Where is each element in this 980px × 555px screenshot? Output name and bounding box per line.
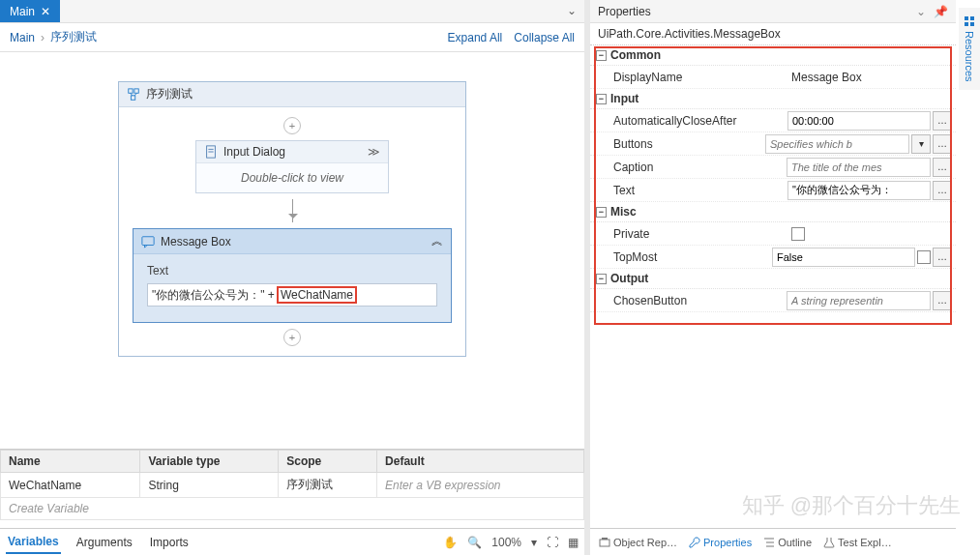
tab-arguments[interactable]: Arguments bbox=[74, 532, 134, 553]
tab-test-explorer[interactable]: Test Expl… bbox=[818, 535, 897, 550]
prop-chosen-input[interactable] bbox=[787, 291, 931, 310]
properties-grid: − Common DisplayName Message Box − Input… bbox=[590, 45, 956, 528]
col-type[interactable]: Variable type bbox=[140, 451, 279, 473]
prop-caption-input[interactable] bbox=[787, 158, 931, 177]
col-name[interactable]: Name bbox=[1, 451, 140, 473]
tab-bar: Main ✕ ⌄ bbox=[0, 0, 584, 23]
pin-icon[interactable]: 📌 bbox=[934, 5, 948, 18]
svg-rect-1 bbox=[134, 88, 138, 92]
sequence-activity[interactable]: 序列测试 + Input Dialog ≫ Double-click to vi… bbox=[118, 81, 466, 357]
var-name-cell[interactable]: WeChatName bbox=[1, 473, 140, 498]
zoom-icon[interactable]: 🔍 bbox=[467, 536, 482, 549]
sequence-icon bbox=[127, 88, 140, 102]
tab-main[interactable]: Main ✕ bbox=[0, 0, 60, 22]
prop-chosen-label: ChosenButton bbox=[590, 291, 787, 310]
collapse-toggle-icon[interactable]: − bbox=[596, 94, 607, 104]
add-activity-top[interactable]: + bbox=[283, 117, 301, 134]
category-common[interactable]: − Common bbox=[590, 45, 956, 66]
wrench-icon bbox=[689, 537, 700, 548]
tab-label: Main bbox=[10, 5, 35, 18]
bottom-bar: Variables Arguments Imports ✋ 🔍 100% ▾ ⛶… bbox=[0, 528, 584, 555]
properties-title-bar: Properties ⌄ 📌 bbox=[590, 0, 956, 23]
prop-buttons-label: Buttons bbox=[590, 134, 765, 154]
ellipsis-button[interactable]: … bbox=[933, 181, 952, 200]
tab-dropdown-icon[interactable]: ⌄ bbox=[559, 0, 584, 22]
prop-topmost-checkbox[interactable] bbox=[917, 250, 931, 264]
add-activity-bottom[interactable]: + bbox=[283, 329, 301, 346]
pan-icon[interactable]: ✋ bbox=[443, 536, 458, 549]
category-misc[interactable]: − Misc bbox=[590, 202, 956, 222]
text-label: Text bbox=[147, 264, 437, 278]
collapse-toggle-icon[interactable]: − bbox=[596, 274, 607, 284]
overview-icon[interactable]: ▦ bbox=[568, 536, 579, 549]
properties-title: Properties bbox=[598, 5, 651, 18]
collapse-all-link[interactable]: Collapse All bbox=[514, 31, 575, 44]
prop-text-input[interactable] bbox=[787, 181, 931, 200]
prop-caption-label: Caption bbox=[590, 158, 787, 177]
tab-object-repo[interactable]: Object Rep… bbox=[594, 535, 682, 550]
var-type-cell[interactable]: String bbox=[140, 473, 279, 498]
category-output[interactable]: − Output bbox=[590, 269, 956, 289]
prop-autoclose-label: AutomaticallyCloseAfter bbox=[590, 111, 787, 131]
input-dialog-activity[interactable]: Input Dialog ≫ Double-click to view bbox=[195, 140, 389, 193]
activity-type: UiPath.Core.Activities.MessageBox bbox=[590, 23, 956, 45]
outline-icon bbox=[763, 537, 775, 548]
fit-screen-icon[interactable]: ⛶ bbox=[547, 536, 558, 549]
svg-rect-15 bbox=[970, 16, 974, 20]
ellipsis-button[interactable]: … bbox=[933, 291, 952, 310]
sequence-title: 序列测试 bbox=[146, 86, 193, 102]
col-default[interactable]: Default bbox=[377, 451, 584, 473]
var-scope-cell[interactable]: 序列测试 bbox=[279, 473, 377, 498]
ellipsis-button[interactable]: … bbox=[933, 158, 952, 177]
ellipsis-button[interactable]: … bbox=[933, 111, 952, 131]
zoom-dropdown-icon[interactable]: ▾ bbox=[531, 536, 537, 549]
resources-side-tab[interactable]: Resources bbox=[959, 8, 980, 90]
dropdown-button[interactable]: ▾ bbox=[911, 134, 931, 154]
variable-row[interactable]: WeChatName String 序列测试 Enter a VB expres… bbox=[1, 473, 584, 498]
close-icon[interactable]: ✕ bbox=[41, 5, 50, 18]
expr-variable: WeChatName bbox=[277, 286, 357, 304]
svg-rect-10 bbox=[602, 538, 608, 540]
document-icon bbox=[204, 145, 218, 159]
prop-topmost-label: TopMost bbox=[590, 248, 772, 267]
prop-text-label: Text bbox=[590, 181, 787, 200]
chevron-right-icon: › bbox=[41, 31, 45, 44]
expand-icon[interactable]: ≫ bbox=[368, 145, 380, 159]
input-dialog-hint[interactable]: Double-click to view bbox=[196, 163, 388, 192]
expand-all-link[interactable]: Expand All bbox=[448, 31, 503, 44]
breadcrumb-child[interactable]: 序列测试 bbox=[50, 29, 97, 45]
var-default-cell[interactable]: Enter a VB expression bbox=[377, 473, 584, 498]
create-variable-link[interactable]: Create Variable bbox=[1, 498, 584, 520]
message-box-activity[interactable]: Message Box ︽ Text "你的微信公众号为：" + WeChatN… bbox=[133, 228, 452, 323]
svg-rect-9 bbox=[600, 540, 609, 546]
tab-outline[interactable]: Outline bbox=[758, 535, 817, 550]
prop-topmost-input[interactable] bbox=[772, 248, 915, 267]
prop-private-checkbox[interactable] bbox=[791, 227, 805, 241]
text-expression-input[interactable]: "你的微信公众号为：" + WeChatName bbox=[147, 283, 437, 307]
breadcrumb: Main › 序列测试 Expand All Collapse All bbox=[0, 23, 584, 52]
tab-imports[interactable]: Imports bbox=[148, 532, 191, 553]
sequence-header[interactable]: 序列测试 bbox=[119, 82, 465, 107]
designer-canvas[interactable]: 序列测试 + Input Dialog ≫ Double-click to vi… bbox=[0, 52, 584, 449]
collapse-toggle-icon[interactable]: − bbox=[596, 207, 607, 218]
tab-properties[interactable]: Properties bbox=[684, 535, 757, 550]
category-input[interactable]: − Input bbox=[590, 89, 956, 109]
collapse-icon[interactable]: ︽ bbox=[431, 233, 443, 249]
prop-displayname-value[interactable]: Message Box bbox=[791, 71, 862, 84]
svg-rect-0 bbox=[129, 88, 133, 92]
flask-icon bbox=[823, 537, 835, 548]
collapse-toggle-icon[interactable]: − bbox=[596, 50, 607, 61]
zoom-level[interactable]: 100% bbox=[491, 536, 521, 549]
tab-variables[interactable]: Variables bbox=[6, 531, 61, 554]
ellipsis-button[interactable]: … bbox=[933, 134, 952, 154]
svg-rect-8 bbox=[142, 236, 154, 245]
ellipsis-button[interactable]: … bbox=[933, 248, 952, 267]
prop-buttons-input[interactable] bbox=[765, 134, 909, 154]
col-scope[interactable]: Scope bbox=[279, 451, 377, 473]
svg-rect-16 bbox=[965, 22, 968, 26]
panel-dropdown-icon[interactable]: ⌄ bbox=[916, 5, 926, 18]
prop-autoclose-input[interactable] bbox=[787, 111, 931, 131]
input-dialog-title: Input Dialog bbox=[223, 145, 285, 159]
breadcrumb-root[interactable]: Main bbox=[10, 31, 35, 44]
flow-arrow bbox=[292, 199, 293, 222]
